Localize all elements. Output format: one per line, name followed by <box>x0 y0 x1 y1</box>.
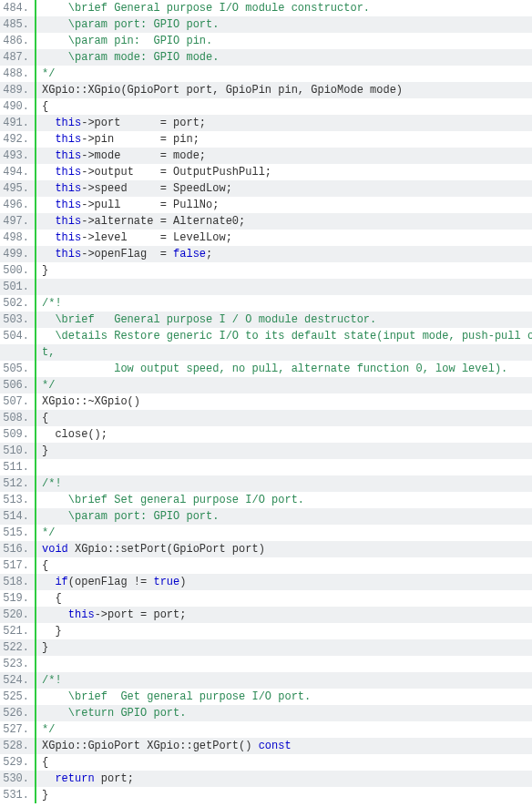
line-number: 513. <box>0 494 35 506</box>
code-line: 522.} <box>0 639 532 656</box>
code-content: \param port: GPIO port. <box>36 18 219 31</box>
code-line: 529.{ <box>0 754 532 771</box>
code-content: { <box>36 100 48 113</box>
line-number: 495. <box>0 182 35 195</box>
line-number: 523. <box>0 658 35 670</box>
line-number: 510. <box>0 444 35 457</box>
line-number: 506. <box>0 379 35 392</box>
code-content: \param pin: GPIO pin. <box>36 35 212 47</box>
code-content: this->port = port; <box>36 117 206 129</box>
line-number: 494. <box>0 166 35 179</box>
code-line: 517.{ <box>0 557 532 574</box>
code-content: this->mode = mode; <box>36 149 206 162</box>
line-number: 524. <box>0 674 35 687</box>
line-number: 492. <box>0 133 35 146</box>
code-content: this->speed = SpeedLow; <box>36 182 232 195</box>
code-line: 525. \brief Get general purpose I/O port… <box>0 689 532 705</box>
line-number: 500. <box>0 264 35 277</box>
code-line: 498. this->level = LevelLow; <box>0 230 532 246</box>
code-line: 486. \param pin: GPIO pin. <box>0 33 532 49</box>
code-content: close(); <box>36 428 107 441</box>
code-content: } <box>36 625 62 638</box>
line-number: 509. <box>0 428 35 441</box>
code-line: 520. this->port = port; <box>0 607 532 623</box>
code-line: 514. \param port: GPIO port. <box>0 508 532 525</box>
line-number: 505. <box>0 363 35 375</box>
code-line: 503. \brief General purpose I / O module… <box>0 312 532 328</box>
code-line: 523. <box>0 656 532 672</box>
code-line: 527.*/ <box>0 721 532 738</box>
line-number: 517. <box>0 559 35 572</box>
code-content: { <box>36 592 62 605</box>
line-number: 530. <box>0 772 35 785</box>
code-content: this->alternate = Alternate0; <box>36 215 245 228</box>
line-number: 525. <box>0 690 35 703</box>
line-number: 529. <box>0 756 35 769</box>
change-marker <box>35 656 36 672</box>
code-line: 518. if(openFlag != true) <box>0 574 532 590</box>
code-content: */ <box>36 526 55 539</box>
code-line: 484. \brief General purpose I/O module c… <box>0 0 532 16</box>
code-content: this->port = port; <box>36 608 186 621</box>
code-content: { <box>36 412 48 424</box>
code-content: \brief General purpose I/O module constr… <box>36 2 370 15</box>
code-line: 501. <box>0 279 532 295</box>
code-line: 485. \param port: GPIO port. <box>0 16 532 33</box>
code-line: 506.*/ <box>0 377 532 393</box>
line-number: 521. <box>0 625 35 638</box>
code-line: 487. \param mode: GPIO mode. <box>0 49 532 66</box>
code-line: 524./*! <box>0 672 532 689</box>
code-line: 494. this->output = OutputPushPull; <box>0 164 532 180</box>
code-content: } <box>36 264 48 277</box>
code-line: 496. this->pull = PullNo; <box>0 197 532 213</box>
line-number: 526. <box>0 707 35 720</box>
code-content: XGpio::XGpio(GpioPort port, GpioPin pin,… <box>36 84 403 97</box>
line-number: 496. <box>0 199 35 211</box>
code-content: this->pull = PullNo; <box>36 199 219 211</box>
code-line: 491. this->port = port; <box>0 115 532 131</box>
code-content: { <box>36 559 48 572</box>
code-content: XGpio::~XGpio() <box>36 395 140 408</box>
code-content: \brief General purpose I / O module dest… <box>36 313 376 326</box>
code-content: \param port: GPIO port. <box>36 510 219 523</box>
code-line: 513. \brief Set general purpose I/O port… <box>0 492 532 508</box>
code-content: } <box>36 444 48 457</box>
code-line: 492. this->pin = pin; <box>0 131 532 148</box>
line-number: 485. <box>0 18 35 31</box>
code-content: this->output = OutputPushPull; <box>36 166 271 179</box>
line-number: 519. <box>0 592 35 605</box>
line-number: 515. <box>0 526 35 539</box>
line-number: 499. <box>0 248 35 260</box>
line-number: 516. <box>0 543 35 556</box>
line-number: 504. <box>0 330 35 342</box>
line-number: 490. <box>0 100 35 113</box>
code-content: } <box>36 641 48 654</box>
code-content: XGpio::GpioPort XGpio::getPort() const <box>36 740 292 752</box>
code-line: 500.} <box>0 262 532 279</box>
code-line: 509. close(); <box>0 426 532 443</box>
line-number: 497. <box>0 215 35 228</box>
line-number: 487. <box>0 51 35 64</box>
line-number: 489. <box>0 84 35 97</box>
line-number: 493. <box>0 149 35 162</box>
code-line: 490.{ <box>0 98 532 115</box>
code-line: 489.XGpio::XGpio(GpioPort port, GpioPin … <box>0 82 532 98</box>
line-number: 501. <box>0 281 35 293</box>
code-content: this->pin = pin; <box>36 133 200 146</box>
code-content: \details Restore generic I/O to its defa… <box>36 330 532 342</box>
code-content: t, <box>36 346 55 359</box>
code-line: 515.*/ <box>0 525 532 541</box>
code-line: 507.XGpio::~XGpio() <box>0 393 532 410</box>
code-content: \param mode: GPIO mode. <box>36 51 219 64</box>
code-line: 516.void XGpio::setPort(GpioPort port) <box>0 541 532 557</box>
line-number: 518. <box>0 576 35 588</box>
code-content: return port; <box>36 772 134 785</box>
code-content: */ <box>36 67 55 80</box>
change-marker <box>35 459 36 475</box>
code-content: void XGpio::setPort(GpioPort port) <box>36 543 265 556</box>
code-content: \brief Get general purpose I/O port. <box>36 690 311 703</box>
code-content: /*! <box>36 674 62 687</box>
code-line: 505. low output speed, no pull, alternat… <box>0 361 532 377</box>
code-line: 512./*! <box>0 475 532 492</box>
code-listing: 484. \brief General purpose I/O module c… <box>0 0 532 803</box>
